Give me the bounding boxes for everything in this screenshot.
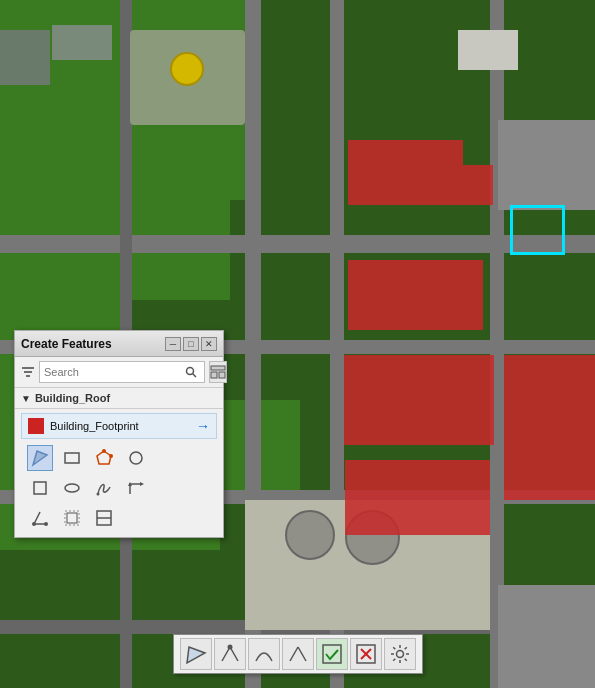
feature-arrow-icon: → bbox=[196, 418, 210, 434]
bottom-tool-4[interactable] bbox=[282, 638, 314, 670]
polygon-icon bbox=[95, 449, 113, 467]
panel-title: Create Features bbox=[21, 337, 163, 351]
buffer-tool[interactable] bbox=[59, 505, 85, 531]
bottom-check-icon bbox=[321, 643, 343, 665]
gear-icon bbox=[389, 643, 411, 665]
sketch-tool[interactable] bbox=[27, 445, 53, 471]
bottom-tool-3[interactable] bbox=[248, 638, 280, 670]
search-icon bbox=[185, 366, 197, 378]
bottom-sketch-icon bbox=[185, 643, 207, 665]
svg-point-35 bbox=[396, 651, 403, 658]
split-icon bbox=[95, 509, 113, 527]
circle-icon bbox=[127, 449, 145, 467]
red-building-2 bbox=[348, 260, 483, 330]
bottom-tool-1[interactable] bbox=[180, 638, 212, 670]
polygon-tool[interactable] bbox=[91, 445, 117, 471]
svg-rect-5 bbox=[211, 366, 225, 370]
building-top-left bbox=[0, 30, 50, 85]
freehand-tool[interactable] bbox=[91, 475, 117, 501]
svg-line-20 bbox=[34, 512, 40, 524]
svg-point-21 bbox=[32, 522, 36, 526]
svg-point-28 bbox=[227, 645, 232, 650]
filter-button[interactable] bbox=[21, 362, 35, 382]
parking-2 bbox=[498, 585, 595, 688]
svg-line-29 bbox=[290, 647, 298, 661]
svg-rect-31 bbox=[323, 645, 341, 663]
svg-marker-8 bbox=[33, 451, 47, 465]
trace-tool[interactable] bbox=[123, 475, 149, 501]
red-building-4 bbox=[345, 460, 490, 535]
red-building-1 bbox=[348, 140, 463, 205]
bottom-angle-icon bbox=[287, 643, 309, 665]
svg-point-15 bbox=[65, 484, 79, 492]
svg-rect-7 bbox=[219, 372, 225, 378]
panel-toolbar bbox=[15, 357, 223, 388]
search-input[interactable] bbox=[44, 366, 182, 378]
capitol-dome bbox=[170, 52, 204, 86]
road-h1 bbox=[0, 235, 595, 253]
angle-icon bbox=[31, 509, 49, 527]
bottom-tool-5[interactable] bbox=[316, 638, 348, 670]
cyan-building-selected bbox=[510, 205, 565, 255]
ellipse-icon bbox=[63, 479, 81, 497]
svg-rect-6 bbox=[211, 372, 217, 378]
square-icon bbox=[31, 479, 49, 497]
filter-icon bbox=[21, 365, 35, 379]
tools-row-3 bbox=[15, 503, 223, 537]
svg-point-13 bbox=[130, 452, 142, 464]
red-building-3 bbox=[344, 355, 494, 445]
layer-header[interactable]: ▼ Building_Roof bbox=[21, 392, 217, 404]
sketch-icon bbox=[31, 449, 49, 467]
search-button[interactable] bbox=[182, 363, 200, 381]
green-area-2 bbox=[0, 200, 130, 350]
tools-row-2 bbox=[15, 473, 223, 503]
parking-1 bbox=[498, 120, 595, 210]
svg-line-30 bbox=[298, 647, 306, 661]
svg-point-16 bbox=[97, 493, 100, 496]
red-building-1b bbox=[463, 165, 493, 205]
feature-color-icon bbox=[28, 418, 44, 434]
rectangle-tool[interactable] bbox=[59, 445, 85, 471]
rectangle-icon bbox=[63, 449, 81, 467]
split-tool[interactable] bbox=[91, 505, 117, 531]
minimize-button[interactable]: ─ bbox=[165, 337, 181, 351]
svg-point-12 bbox=[109, 454, 113, 458]
svg-rect-9 bbox=[65, 453, 79, 463]
svg-line-4 bbox=[193, 374, 197, 378]
template-icon bbox=[210, 365, 226, 379]
circle-tool[interactable] bbox=[123, 445, 149, 471]
svg-point-22 bbox=[44, 522, 48, 526]
building-left-2 bbox=[52, 25, 112, 60]
bottom-arc-icon bbox=[253, 643, 275, 665]
dome-1 bbox=[285, 510, 335, 560]
create-features-panel: Create Features ─ □ ✕ bbox=[14, 330, 224, 538]
svg-marker-18 bbox=[140, 482, 144, 486]
angle-tool[interactable] bbox=[27, 505, 53, 531]
feature-item[interactable]: Building_Footprint → bbox=[21, 413, 217, 439]
svg-point-11 bbox=[102, 449, 106, 453]
collapse-arrow: ▼ bbox=[21, 393, 31, 404]
tools-row-1 bbox=[15, 443, 223, 473]
restore-button[interactable]: □ bbox=[183, 337, 199, 351]
freehand-icon bbox=[95, 479, 113, 497]
feature-label: Building_Footprint bbox=[50, 420, 196, 432]
svg-rect-23 bbox=[67, 513, 77, 523]
bottom-settings-button[interactable] bbox=[384, 638, 416, 670]
bottom-vertex-icon bbox=[219, 643, 241, 665]
template-button[interactable] bbox=[209, 361, 227, 383]
layer-name: Building_Roof bbox=[35, 392, 110, 404]
ellipse-tool[interactable] bbox=[59, 475, 85, 501]
layer-section[interactable]: ▼ Building_Roof bbox=[15, 388, 223, 409]
red-building-5 bbox=[504, 355, 595, 500]
square-tool[interactable] bbox=[27, 475, 53, 501]
search-box bbox=[39, 361, 205, 383]
svg-marker-27 bbox=[187, 647, 205, 663]
trace-icon bbox=[127, 479, 145, 497]
panel-titlebar: Create Features ─ □ ✕ bbox=[15, 331, 223, 357]
bottom-tool-2[interactable] bbox=[214, 638, 246, 670]
close-button[interactable]: ✕ bbox=[201, 337, 217, 351]
svg-point-3 bbox=[187, 368, 194, 375]
bottom-delete-icon bbox=[355, 643, 377, 665]
bottom-tool-6[interactable] bbox=[350, 638, 382, 670]
svg-rect-14 bbox=[34, 482, 46, 494]
